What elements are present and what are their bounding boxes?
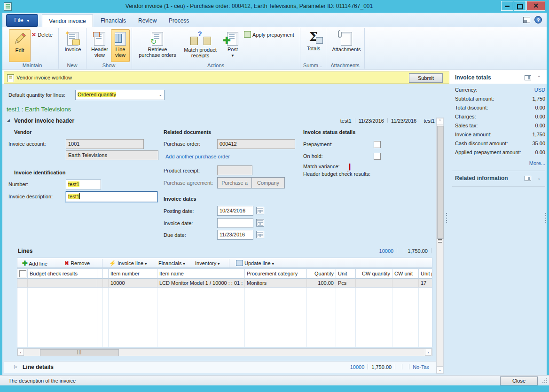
popout-icon[interactable] xyxy=(525,75,531,80)
chevron-down-icon[interactable]: ⌄ xyxy=(537,176,541,180)
calendar-icon[interactable] xyxy=(256,231,264,238)
add-purchase-order-link[interactable]: Add another purchase order xyxy=(165,154,230,159)
splitter-dots[interactable] xyxy=(446,212,447,225)
col-unit[interactable]: Unit xyxy=(336,269,356,279)
cell-unit-price[interactable]: 17 xyxy=(419,279,432,288)
scrollbar-thumb[interactable] xyxy=(437,126,444,239)
scroll-down-button[interactable]: ⌄ xyxy=(437,366,443,373)
col-cw-unit[interactable]: CW unit xyxy=(392,269,419,279)
invoice-button[interactable]: ✦ Invoice xyxy=(62,29,84,62)
chevron-down-icon: ⌄ xyxy=(158,90,162,99)
minimize-button[interactable] xyxy=(501,1,513,11)
ribbon: Edit ✕ Delete Maintain ✦ Invoice New Hea… xyxy=(2,27,547,70)
prepayment-icon xyxy=(244,31,251,38)
more-link[interactable]: More... xyxy=(529,159,545,168)
vendor-group-heading: Vendor xyxy=(14,129,31,135)
tab-financials[interactable]: Financials xyxy=(94,15,133,27)
horizontal-scrollbar[interactable]: ‹ ||| › xyxy=(17,348,432,356)
expand-triangle-icon[interactable]: ▷ xyxy=(14,364,17,369)
tab-process[interactable]: Process xyxy=(162,15,196,27)
due-date-label: Due date: xyxy=(164,232,186,238)
totals-button[interactable]: Σ Totals xyxy=(303,29,324,62)
col-budget-check-results[interactable]: Budget check results xyxy=(28,269,97,279)
header-view-button[interactable]: Header view xyxy=(89,29,110,62)
submit-button[interactable]: Submit xyxy=(409,73,443,83)
invoice-description-field[interactable]: test1 xyxy=(66,191,157,202)
post-button[interactable]: ✚ Post▼ xyxy=(223,29,242,62)
chevron-down-icon: ▾ xyxy=(218,262,220,266)
collapse-triangle-icon[interactable]: ◢ xyxy=(7,118,10,123)
tab-vendor-invoice[interactable]: Vendor invoice xyxy=(42,15,93,28)
add-line-button[interactable]: ✚ Add line xyxy=(22,259,47,267)
col-quantity[interactable]: Quantity xyxy=(307,269,336,279)
select-all-cell[interactable] xyxy=(17,269,28,279)
number-field[interactable]: test1 xyxy=(66,180,101,189)
invoice-line-menu[interactable]: ⚡ Invoice line ▾ xyxy=(109,259,147,267)
vendor-name-field[interactable]: Earth Televisions xyxy=(66,150,158,160)
minimize-icon xyxy=(505,6,510,7)
grid-empty-row xyxy=(17,321,432,330)
scroll-left-button[interactable]: ‹ xyxy=(17,349,24,356)
status-bar: The description of the invoice Close xyxy=(0,375,549,385)
file-menu-button[interactable]: File▼ xyxy=(6,14,38,27)
close-window-button[interactable]: ✕ xyxy=(526,1,545,11)
tab-review[interactable]: Review xyxy=(132,15,163,27)
purchase-agreement-button[interactable]: Purchase a xyxy=(217,177,252,188)
layout-icon[interactable] xyxy=(523,17,530,23)
invoice-account-field[interactable]: 1001 xyxy=(66,139,144,149)
default-quantity-select[interactable]: Ordered quantity ⌄ xyxy=(75,90,165,100)
select-all-checkbox[interactable] xyxy=(19,270,26,277)
delete-button[interactable]: ✕ Delete xyxy=(31,31,53,39)
cell-cw-unit[interactable] xyxy=(392,279,419,288)
scroll-up-button[interactable]: ⌃ xyxy=(437,118,443,125)
calendar-icon[interactable] xyxy=(256,219,264,227)
edit-button[interactable]: Edit xyxy=(9,29,31,62)
cell-category[interactable]: Monitors xyxy=(245,279,307,288)
cell-item-name[interactable]: LCD Monitor Model 1 / 10000 : : 01 : xyxy=(157,279,245,288)
prepayment-checkbox[interactable] xyxy=(374,141,381,148)
posting-date-field[interactable]: 10/24/2016 xyxy=(217,206,253,216)
cell-unit[interactable]: Pcs xyxy=(336,279,356,288)
maximize-button[interactable] xyxy=(514,1,526,11)
chevron-up-icon[interactable]: ⌃ xyxy=(537,75,541,80)
financials-menu[interactable]: Financials ▾ xyxy=(158,259,185,267)
attachments-button[interactable]: Attachments xyxy=(330,29,362,62)
header-summary-strip: test111/23/201611/23/2016test1 xyxy=(324,118,435,124)
invoice-date-field[interactable] xyxy=(217,218,253,228)
col-item-number[interactable]: Item number xyxy=(109,269,157,279)
resize-grip-icon[interactable] xyxy=(542,378,548,384)
line-details-bar[interactable]: ▷ Line details 100001,750.00No-Tax xyxy=(4,361,436,373)
popout-icon[interactable] xyxy=(525,176,531,181)
vertical-scrollbar[interactable]: ⌃ ⌄ xyxy=(436,118,444,374)
col-unit-price[interactable]: Unit p xyxy=(419,269,432,279)
retrieve-purchase-orders-button[interactable]: ↻ Retrieve purchase orders xyxy=(138,29,177,62)
update-line-menu[interactable]: Update line ▾ xyxy=(236,259,274,267)
cell-cw-quantity[interactable] xyxy=(356,279,392,288)
company-button[interactable]: Company xyxy=(251,177,285,188)
cell-quantity[interactable]: 100.00 xyxy=(307,279,336,288)
cell-item-number[interactable]: 10000 xyxy=(109,279,157,288)
on-hold-checkbox[interactable] xyxy=(374,153,381,160)
inventory-menu[interactable]: Inventory ▾ xyxy=(195,259,220,267)
cell-budget-check[interactable] xyxy=(28,279,97,288)
help-icon[interactable]: ? xyxy=(534,16,542,24)
grid-data-row[interactable]: 10000 LCD Monitor Model 1 / 10000 : : 01… xyxy=(17,279,432,288)
green-plus-icon: ✚ xyxy=(22,259,28,267)
purchase-order-field[interactable]: 000412 xyxy=(217,139,295,149)
currency-link[interactable]: USD xyxy=(534,86,545,94)
line-view-button[interactable]: Line view xyxy=(111,29,130,62)
due-date-field[interactable]: 11/23/2016 xyxy=(217,230,253,240)
match-product-receipts-button[interactable]: ? Match product receipts xyxy=(180,29,221,62)
remove-line-button[interactable]: ✖ Remove xyxy=(64,259,90,267)
calendar-icon[interactable] xyxy=(256,207,264,214)
scrollbar-thumb[interactable]: ||| xyxy=(40,349,119,356)
delete-x-icon: ✕ xyxy=(31,31,36,38)
splitter-dots[interactable] xyxy=(545,212,547,225)
col-procurement-category[interactable]: Procurement category xyxy=(245,269,307,279)
col-item-name[interactable]: Item name xyxy=(157,269,245,279)
apply-prepayment-button[interactable]: Apply prepayment xyxy=(244,31,294,39)
scroll-right-button[interactable]: › xyxy=(425,349,431,356)
col-cw-quantity[interactable]: CW quantity xyxy=(356,269,392,279)
product-receipt-field[interactable] xyxy=(217,165,252,175)
close-button[interactable]: Close xyxy=(500,376,538,385)
